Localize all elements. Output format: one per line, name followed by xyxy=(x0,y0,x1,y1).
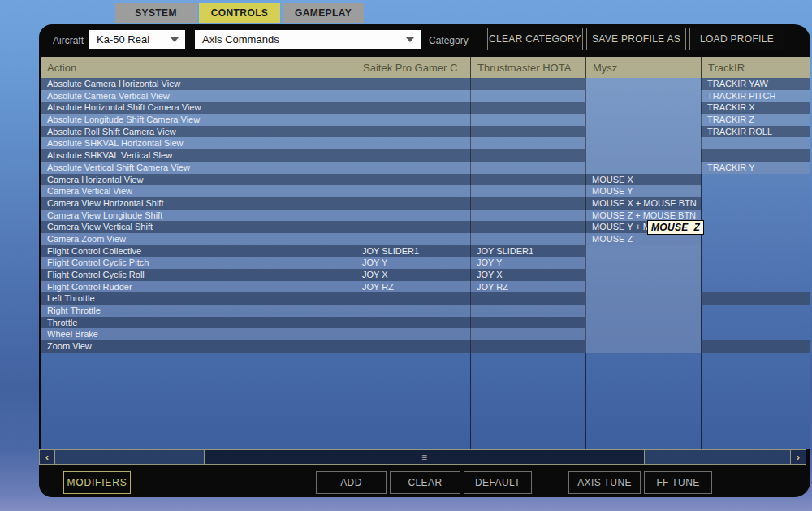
cell-action[interactable]: Absolute Vertical Shift Camera View xyxy=(41,162,356,174)
cell-thrustmaster[interactable] xyxy=(470,340,585,353)
cell-trackir[interactable] xyxy=(701,149,810,162)
cell-saitek[interactable]: JOY SLIDER1 xyxy=(356,245,470,258)
cell-trackir[interactable] xyxy=(701,174,810,186)
tab-controls[interactable]: CONTROLS xyxy=(199,3,280,23)
cell-trackir[interactable]: TRACKIR YAW xyxy=(701,78,810,90)
cell-trackir[interactable] xyxy=(701,233,810,245)
column-header-thrustmaster[interactable]: Thrustmaster HOTA xyxy=(470,57,585,78)
cell-thrustmaster[interactable]: JOY RZ xyxy=(470,281,585,293)
table-row[interactable]: Absolute Camera Horizontal ViewTRACKIR Y… xyxy=(41,78,810,90)
clear-category-button[interactable]: CLEAR CATEGORY xyxy=(487,28,583,50)
cell-mouse[interactable] xyxy=(585,281,701,293)
category-dropdown[interactable]: Axis Commands xyxy=(195,30,421,49)
cell-action[interactable]: Flight Control Cyclic Roll xyxy=(41,269,356,281)
cell-saitek[interactable] xyxy=(356,78,470,90)
cell-thrustmaster[interactable] xyxy=(470,317,585,329)
default-button[interactable]: DEFAULT xyxy=(464,471,532,494)
cell-saitek[interactable] xyxy=(356,126,470,138)
table-row[interactable]: Absolute Horizontal Shift Camera ViewTRA… xyxy=(41,102,810,114)
cell-saitek[interactable]: JOY RZ xyxy=(356,281,470,293)
cell-action[interactable]: Throttle xyxy=(41,317,356,329)
cell-trackir[interactable] xyxy=(701,292,810,305)
add-button[interactable]: ADD xyxy=(316,471,387,494)
cell-mouse[interactable]: MOUSE Y xyxy=(585,185,701,197)
table-row[interactable]: Flight Control Cyclic PitchJOY YJOY Y xyxy=(41,257,810,269)
cell-saitek[interactable] xyxy=(356,221,470,233)
cell-saitek[interactable] xyxy=(356,210,470,222)
column-header-saitek[interactable]: Saitek Pro Gamer C xyxy=(356,57,470,78)
cell-trackir[interactable] xyxy=(701,281,810,293)
scrollbar-track[interactable] xyxy=(645,450,790,464)
cell-action[interactable]: Camera Horizontal View xyxy=(41,174,356,186)
cell-saitek[interactable] xyxy=(356,149,470,162)
cell-trackir[interactable] xyxy=(701,305,810,317)
cell-thrustmaster[interactable] xyxy=(470,114,585,126)
cell-thrustmaster[interactable] xyxy=(470,292,585,305)
table-row[interactable]: Flight Control CollectiveJOY SLIDER1JOY … xyxy=(41,245,810,258)
cell-action[interactable]: Absolute Roll Shift Camera View xyxy=(41,126,356,138)
cell-action[interactable]: Zoom View xyxy=(41,340,356,353)
cell-mouse[interactable] xyxy=(585,137,701,149)
axis-tune-button[interactable]: AXIS TUNE xyxy=(568,471,641,494)
cell-thrustmaster[interactable] xyxy=(470,137,585,149)
cell-mouse[interactable] xyxy=(585,162,701,174)
clear-button[interactable]: CLEAR xyxy=(390,471,460,494)
load-profile-button[interactable]: LOAD PROFILE xyxy=(689,28,784,50)
cell-mouse[interactable] xyxy=(585,257,701,269)
cell-saitek[interactable] xyxy=(356,90,470,102)
cell-thrustmaster[interactable] xyxy=(470,305,585,317)
table-row[interactable]: Wheel Brake xyxy=(41,328,810,340)
cell-trackir[interactable] xyxy=(701,185,810,197)
cell-action[interactable]: Absolute SHKVAL Horizontal Slew xyxy=(41,137,356,149)
cell-saitek[interactable] xyxy=(356,292,470,305)
cell-action[interactable]: Camera View Longitude Shift xyxy=(41,210,356,222)
cell-thrustmaster[interactable] xyxy=(470,90,585,102)
cell-mouse[interactable]: MOUSE X + MOUSE BTN xyxy=(585,197,701,210)
ff-tune-button[interactable]: FF TUNE xyxy=(644,471,712,494)
cell-thrustmaster[interactable] xyxy=(470,149,585,162)
cell-trackir[interactable] xyxy=(701,197,810,210)
cell-mouse[interactable] xyxy=(585,245,701,258)
tab-gameplay[interactable]: GAMEPLAY xyxy=(283,3,364,23)
cell-saitek[interactable]: JOY X xyxy=(356,269,470,281)
cell-trackir[interactable] xyxy=(701,137,810,149)
cell-trackir[interactable]: TRACKIR X xyxy=(701,102,810,114)
table-row[interactable]: Absolute SHKVAL Vertical Slew xyxy=(41,149,810,162)
save-profile-as-button[interactable]: SAVE PROFILE AS xyxy=(586,28,686,50)
cell-action[interactable]: Absolute Horizontal Shift Camera View xyxy=(41,102,356,114)
cell-trackir[interactable] xyxy=(701,269,810,281)
cell-action[interactable]: Camera View Vertical Shift xyxy=(41,221,356,233)
cell-trackir[interactable] xyxy=(701,317,810,329)
cell-action[interactable]: Left Throttle xyxy=(41,292,356,305)
scrollbar-track[interactable] xyxy=(55,450,204,464)
table-row[interactable]: Right Throttle xyxy=(41,305,810,317)
table-row[interactable]: Camera Zoom ViewMOUSE Z xyxy=(41,233,810,245)
tab-system[interactable]: SYSTEM xyxy=(115,3,197,23)
cell-action[interactable]: Wheel Brake xyxy=(41,328,356,340)
cell-thrustmaster[interactable] xyxy=(470,102,585,114)
table-row[interactable]: Camera Vertical ViewMOUSE Y xyxy=(41,185,810,197)
column-header-action[interactable]: Action xyxy=(41,57,356,78)
cell-trackir[interactable]: TRACKIR Z xyxy=(701,114,810,126)
cell-mouse[interactable] xyxy=(585,90,701,102)
aircraft-dropdown[interactable]: Ka-50 Real xyxy=(89,30,185,49)
table-row[interactable]: Absolute Roll Shift Camera ViewTRACKIR R… xyxy=(41,126,810,138)
cell-trackir[interactable] xyxy=(701,257,810,269)
cell-trackir[interactable] xyxy=(701,340,810,353)
cell-thrustmaster[interactable] xyxy=(470,174,585,186)
cell-thrustmaster[interactable] xyxy=(470,328,585,340)
table-row[interactable]: Absolute Vertical Shift Camera ViewTRACK… xyxy=(41,162,810,174)
cell-saitek[interactable] xyxy=(356,162,470,174)
cell-trackir[interactable] xyxy=(701,245,810,258)
cell-mouse[interactable] xyxy=(585,269,701,281)
cell-saitek[interactable] xyxy=(356,114,470,126)
cell-saitek[interactable] xyxy=(356,102,470,114)
cell-mouse[interactable] xyxy=(585,102,701,114)
cell-thrustmaster[interactable] xyxy=(470,210,585,222)
cell-mouse[interactable] xyxy=(585,126,701,138)
scrollbar-thumb[interactable]: ≡ xyxy=(204,450,645,464)
cell-thrustmaster[interactable] xyxy=(470,197,585,210)
cell-saitek[interactable] xyxy=(356,305,470,317)
cell-mouse[interactable] xyxy=(585,328,701,340)
cell-thrustmaster[interactable]: JOY X xyxy=(470,269,585,281)
